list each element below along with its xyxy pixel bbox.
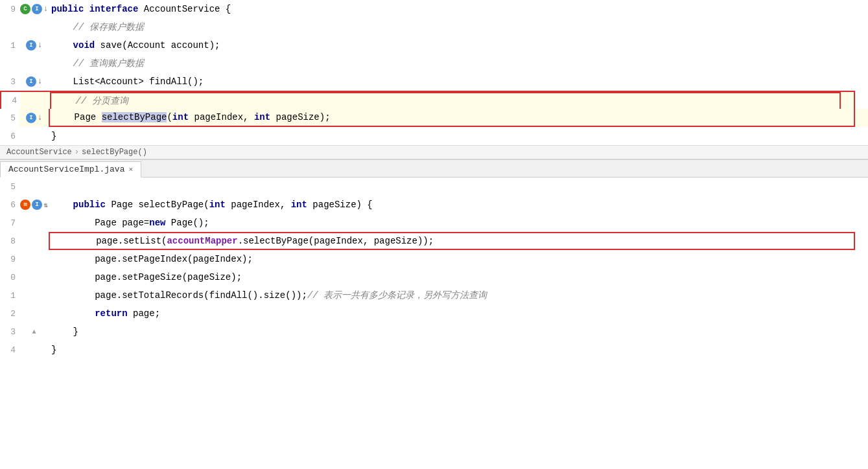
breadcrumb-bar: AccountService › selectByPage() bbox=[0, 145, 868, 159]
impl-content-1b: page.setTotalRecords(findAll().size());/… bbox=[49, 286, 868, 304]
gutter-empty1 bbox=[19, 18, 49, 36]
line-content-5: Page selectByPage(int pageIndex, int pag… bbox=[49, 109, 855, 127]
impl-gutter-8 bbox=[19, 232, 49, 250]
impl-gutter-5 bbox=[19, 177, 49, 196]
plain-7a: Page page= bbox=[51, 218, 149, 228]
kw-int-6b: int bbox=[291, 200, 307, 210]
top-pane: 9 C I ↓ public interface AccountService … bbox=[0, 0, 868, 160]
plain-5c: pageIndex, bbox=[189, 112, 254, 122]
code-line-comment1: // 保存账户数据 bbox=[0, 18, 868, 36]
comment-page: // 分页查询 bbox=[54, 95, 128, 107]
gutter-9: C I ↓ bbox=[19, 0, 49, 18]
impl-gutter-1b bbox=[19, 286, 49, 304]
line-content-4: // 分页查询 bbox=[50, 92, 841, 109]
impl-line-number-6: 6 bbox=[0, 196, 19, 214]
line-number-5: 5 bbox=[0, 109, 19, 127]
plain-7b: Page(); bbox=[165, 218, 209, 228]
tab-accountserviceimpl[interactable]: AccountServiceImpl.java × bbox=[0, 161, 141, 177]
i-icon-3: I bbox=[26, 76, 36, 87]
impl-line-number-5: 5 bbox=[0, 177, 19, 196]
comment-save: // 保存账户数据 bbox=[51, 21, 144, 33]
plain-5b: ( bbox=[167, 112, 172, 122]
plain-6c: pageIndex, bbox=[226, 200, 291, 210]
code-line-4: 4 // 分页查询 bbox=[0, 91, 855, 109]
line-number-3: 3 bbox=[0, 73, 19, 91]
plain-6d: pageSize) { bbox=[307, 200, 373, 210]
line-number-9: 9 bbox=[0, 0, 19, 18]
tab-label: AccountServiceImpl.java bbox=[8, 165, 124, 174]
kw-public-6: public bbox=[73, 200, 106, 210]
impl-content-0: page.setPageSize(pageSize); bbox=[49, 268, 868, 286]
impl-gutter-0 bbox=[19, 268, 49, 286]
impl-gutter-3: ▲ bbox=[19, 323, 49, 341]
line-number-empty2 bbox=[0, 54, 19, 73]
impl-line-7: 7 Page page=new Page(); bbox=[0, 214, 868, 232]
comment-query: // 查询账户数据 bbox=[51, 58, 144, 69]
line-content-9: public interface AccountService { bbox=[49, 0, 868, 18]
plain-6a bbox=[51, 200, 73, 210]
scroll-handle-3: ▲ bbox=[32, 328, 36, 336]
breadcrumb-part2: selectByPage() bbox=[82, 148, 147, 157]
i-icon-6: I bbox=[32, 200, 42, 210]
impl-line-number-7: 7 bbox=[0, 214, 19, 232]
line-content-comment1: // 保存账户数据 bbox=[49, 18, 868, 36]
line-content-6: } bbox=[49, 127, 868, 145]
i-icon-1: I bbox=[26, 40, 36, 51]
plain-0: page.setPageSize(pageSize); bbox=[51, 272, 242, 282]
impl-line-number-9: 9 bbox=[0, 250, 19, 268]
tab-close-icon[interactable]: × bbox=[128, 166, 133, 174]
impl-content-7: Page page=new Page(); bbox=[49, 214, 868, 232]
line-number-6: 6 bbox=[0, 127, 19, 145]
impl-gutter-7 bbox=[19, 214, 49, 232]
impl-content-8: page.setList(accountMapper.selectByPage(… bbox=[49, 232, 855, 250]
keyword-int-5b: int bbox=[254, 112, 270, 122]
impl-gutter-9 bbox=[19, 250, 49, 268]
impl-content-4: } bbox=[49, 341, 868, 359]
code-line-5: 5 I ↓ Page selectByPage(int pageIndex, i… bbox=[0, 109, 868, 127]
selected-method: selectByPage bbox=[102, 112, 167, 122]
code-line-1: 1 I ↓ void save(Account account); bbox=[0, 36, 868, 54]
plain-8b: .selectByPage(pageIndex, pageSize)); bbox=[238, 236, 434, 246]
plain-1ba: page.setTotalRecords(findAll().size()); bbox=[51, 290, 307, 301]
tab-bar: AccountServiceImpl.java × bbox=[0, 160, 868, 177]
plain-1b: save(Account account); bbox=[95, 40, 220, 51]
code-line-comment2: // 查询账户数据 bbox=[0, 54, 868, 73]
impl-line-3: 3 ▲ } bbox=[0, 323, 868, 341]
editor-container: 9 C I ↓ public interface AccountService … bbox=[0, 0, 868, 469]
gutter-4 bbox=[21, 92, 50, 109]
line-content-3: List<Account> findAll(); bbox=[49, 73, 868, 91]
code-line-6: 6 } bbox=[0, 127, 868, 145]
arrow-down-1: ↓ bbox=[38, 41, 42, 50]
plain-6b: Page selectByPage( bbox=[106, 200, 209, 210]
keyword-int-5a: int bbox=[172, 112, 189, 122]
i-icon-9: I bbox=[32, 4, 42, 14]
mapper-ref: accountMapper bbox=[167, 236, 237, 246]
keyword-void: void bbox=[73, 40, 95, 51]
impl-line-number-0: 0 bbox=[0, 268, 19, 286]
impl-line-number-2: 2 bbox=[0, 304, 19, 323]
m-icon-6: m bbox=[20, 200, 30, 210]
impl-content-6: public Page selectByPage(int pageIndex, … bbox=[49, 196, 868, 214]
impl-line-8: 8 page.setList(accountMapper.selectByPag… bbox=[0, 232, 868, 250]
impl-line-6: 6 m I ⇅ public Page selectByPage(int pag… bbox=[0, 196, 868, 214]
impl-line-number-1b: 1 bbox=[0, 286, 19, 304]
impl-line-number-8: 8 bbox=[0, 232, 19, 250]
arrow-down-9: ↓ bbox=[43, 5, 48, 14]
gutter-5: I ↓ bbox=[19, 109, 49, 127]
line-content-1: void save(Account account); bbox=[49, 36, 868, 54]
plain-3: List<Account> findAll(); bbox=[51, 76, 204, 87]
impl-line-number-4: 4 bbox=[0, 341, 19, 359]
kw-int-6a: int bbox=[209, 200, 226, 210]
impl-code-area: 5 6 m I ⇅ public Page selectByPage(int p… bbox=[0, 177, 868, 359]
arrow-down-3: ↓ bbox=[38, 77, 42, 86]
plain-8a: page.setList( bbox=[53, 236, 167, 246]
breadcrumb-part1: AccountService bbox=[6, 148, 72, 157]
impl-line-4: 4 } bbox=[0, 341, 868, 359]
impl-line-9: 9 page.setPageIndex(pageIndex); bbox=[0, 250, 868, 268]
impl-line-2: 2 return page; bbox=[0, 304, 868, 323]
plain-2b: page; bbox=[128, 308, 160, 319]
arrow-down-5: ↓ bbox=[38, 113, 42, 122]
impl-gutter-6: m I ⇅ bbox=[19, 196, 49, 214]
interface-code-area: 9 C I ↓ public interface AccountService … bbox=[0, 0, 868, 145]
impl-gutter-2 bbox=[19, 304, 49, 323]
